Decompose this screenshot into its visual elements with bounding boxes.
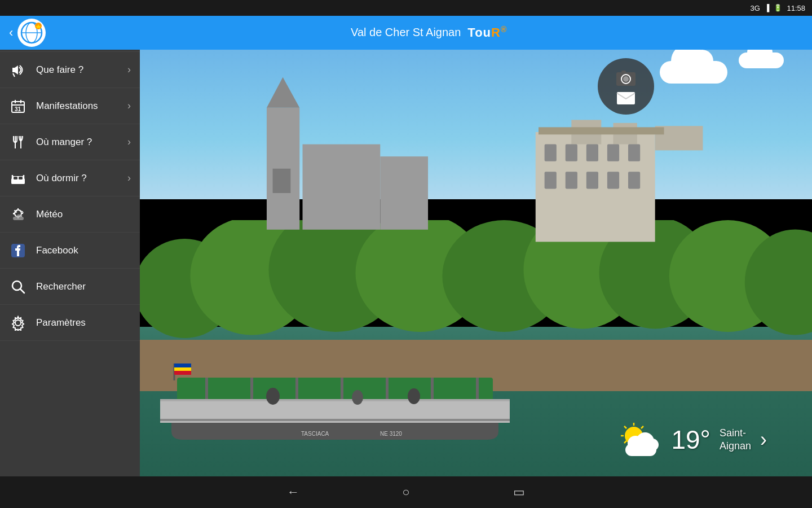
weather-next-button[interactable]: ›	[760, 428, 767, 452]
svg-rect-55	[545, 172, 557, 189]
sidebar-item-ou-dormir[interactable]: Où dormir ? ›	[0, 160, 140, 196]
bed-icon	[9, 169, 27, 187]
sidebar: Accueil Que faire ? › 31 Manifestations	[0, 16, 140, 508]
svg-rect-19	[14, 177, 17, 179]
svg-line-26	[15, 210, 16, 211]
location-line1: Saint-	[720, 427, 751, 440]
svg-line-95	[624, 441, 626, 443]
battery-icon: 🔋	[774, 4, 782, 12]
svg-rect-65	[295, 378, 298, 401]
svg-rect-60	[539, 127, 664, 134]
svg-rect-58	[607, 172, 619, 189]
weather-location: Saint- Aignan	[720, 427, 751, 453]
svg-line-30	[20, 289, 24, 293]
boat-svg: TASCIACA NE 3120	[160, 352, 510, 443]
svg-rect-68	[431, 378, 434, 401]
svg-rect-67	[386, 378, 389, 401]
buildings-svg	[207, 71, 745, 284]
brand-r: R	[491, 26, 501, 40]
svg-text:NE 3120: NE 3120	[380, 431, 402, 437]
svg-rect-66	[341, 378, 343, 401]
fork-knife-icon	[9, 133, 27, 151]
chevron-ou-dormir: ›	[127, 172, 131, 184]
svg-rect-77	[174, 364, 191, 367]
cloud-2	[739, 52, 784, 68]
bottom-nav: ← ○ ▭	[0, 476, 812, 508]
svg-marker-42	[267, 77, 299, 108]
sidebar-label-rechercher: Rechercher	[36, 281, 131, 292]
svg-line-94	[641, 426, 643, 428]
svg-rect-71	[160, 419, 510, 421]
megaphone-icon	[9, 61, 27, 79]
weather-condition-icon	[614, 420, 662, 459]
svg-text:TASCIACA: TASCIACA	[301, 431, 329, 437]
weather-icon-area	[614, 420, 662, 459]
svg-rect-43	[303, 144, 381, 229]
facebook-icon	[9, 242, 27, 260]
sidebar-item-rechercher[interactable]: Rechercher	[0, 269, 140, 305]
search-icon	[9, 278, 27, 296]
weather-icon	[9, 205, 27, 224]
signal-indicator: 3G	[751, 4, 760, 12]
gear-icon	[9, 314, 27, 332]
svg-rect-62	[177, 378, 493, 401]
svg-rect-69	[476, 378, 479, 401]
chevron-manifestations: ›	[127, 100, 131, 112]
sidebar-item-que-faire[interactable]: Que faire ? ›	[0, 52, 140, 88]
sidebar-item-manifestations[interactable]: 31 Manifestations ›	[0, 88, 140, 124]
svg-rect-63	[205, 378, 208, 401]
toolbar-title: Val de Cher St Aignan	[351, 26, 461, 39]
sidebar-item-ou-manger[interactable]: Où manger ? ›	[0, 124, 140, 160]
sidebar-label-manifestations: Manifestations	[36, 100, 127, 112]
svg-point-72	[266, 388, 280, 405]
sidebar-label-que-faire: Que faire ?	[36, 64, 127, 76]
sidebar-label-parametres: Paramètres	[36, 317, 131, 329]
svg-rect-56	[566, 172, 577, 189]
sidebar-label-ou-manger: Où manger ?	[36, 137, 127, 148]
sidebar-item-facebook[interactable]: Facebook	[0, 233, 140, 269]
sidebar-label-meteo: Météo	[36, 209, 131, 220]
svg-rect-64	[250, 378, 253, 401]
main-content: TASCIACA NE 3120	[140, 50, 812, 476]
sidebar-item-parametres[interactable]: Paramètres	[0, 305, 140, 341]
svg-rect-50	[545, 144, 557, 161]
calendar-icon: 31	[9, 97, 27, 115]
svg-point-73	[352, 390, 363, 405]
svg-rect-59	[628, 172, 640, 189]
toolbar-brand: TouR®	[467, 25, 507, 40]
svg-point-99	[646, 439, 659, 451]
svg-point-31	[15, 320, 21, 326]
weather-overlay: 19° Saint- Aignan ›	[614, 420, 767, 459]
sidebar-label-ou-dormir: Où dormir ?	[36, 173, 127, 184]
svg-rect-79	[174, 371, 191, 375]
camera-icon	[615, 68, 637, 87]
svg-line-92	[624, 426, 626, 428]
svg-rect-44	[273, 169, 291, 193]
photo-badge[interactable]	[598, 58, 654, 115]
svg-rect-85	[621, 71, 626, 73]
temperature-display: 19°	[671, 424, 710, 455]
svg-rect-45	[380, 156, 428, 230]
toolbar-title-area: Val de Cher St Aignan TouR®	[55, 25, 803, 40]
envelope-icon	[616, 90, 636, 106]
app-logo[interactable]	[17, 19, 46, 47]
nav-back-button[interactable]: ←	[282, 481, 304, 503]
signal-icon: ▐	[765, 4, 770, 12]
svg-rect-51	[566, 144, 577, 161]
sidebar-item-meteo[interactable]: Météo	[0, 196, 140, 233]
nav-home-button[interactable]: ○	[395, 481, 417, 503]
back-button[interactable]: ‹	[9, 25, 13, 40]
svg-line-6	[13, 73, 15, 77]
svg-rect-54	[628, 144, 640, 161]
toolbar: ‹ Val de Cher St Aignan TouR®	[0, 16, 812, 50]
location-line2: Aignan	[720, 440, 751, 453]
svg-rect-70	[160, 399, 510, 401]
nav-recent-button[interactable]: ▭	[508, 481, 530, 503]
svg-point-74	[408, 388, 420, 404]
svg-point-84	[623, 76, 629, 82]
svg-text:31: 31	[15, 106, 21, 112]
status-bar: 3G ▐ 🔋 11:58	[0, 0, 812, 16]
sidebar-label-facebook: Facebook	[36, 245, 131, 256]
svg-rect-53	[607, 144, 619, 161]
logo-svg	[20, 21, 43, 44]
